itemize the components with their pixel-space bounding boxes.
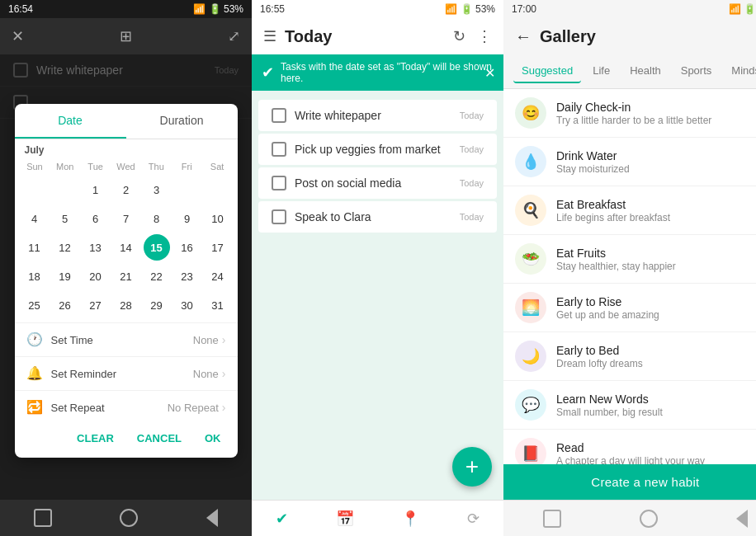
cal-day-23[interactable]: 23 bbox=[174, 263, 201, 289]
cal-empty-4 bbox=[205, 176, 231, 203]
task-checkbox-2[interactable] bbox=[272, 142, 286, 157]
cal-day-3[interactable]: 3 bbox=[144, 176, 170, 203]
cal-day-25[interactable]: 25 bbox=[21, 292, 48, 318]
habit-item-early-rise[interactable]: 🌅 Early to Rise Get up and be amazing + bbox=[503, 284, 756, 332]
habit-icon-daily: 😊 bbox=[515, 97, 546, 129]
cal-day-30[interactable]: 30 bbox=[174, 292, 201, 318]
task-row-2[interactable]: Pick up veggies from market Today bbox=[258, 134, 497, 165]
habit-desc-fruits: Stay healthier, stay happier bbox=[556, 261, 756, 272]
task-row-1[interactable]: Write whitepaper Today bbox=[258, 100, 497, 131]
sync-nav-icon[interactable]: ⟳ bbox=[467, 510, 480, 528]
expand-icon[interactable]: ⤢ bbox=[228, 27, 240, 45]
cal-day-13[interactable]: 13 bbox=[83, 234, 109, 261]
cal-day-2[interactable]: 2 bbox=[113, 176, 139, 203]
back-nav-icon[interactable] bbox=[206, 509, 218, 527]
cal-day-17[interactable]: 17 bbox=[205, 234, 231, 261]
habit-item-drink-water[interactable]: 💧 Drink Water Stay moisturized + bbox=[503, 138, 756, 186]
refresh-icon[interactable]: ↻ bbox=[453, 27, 465, 45]
habit-item-daily-checkin[interactable]: 😊 Daily Check-in Try a little harder to … bbox=[503, 89, 756, 138]
cal-day-10[interactable]: 10 bbox=[205, 205, 231, 232]
home-nav-icon[interactable] bbox=[34, 509, 52, 527]
task-checkbox-1[interactable] bbox=[272, 108, 286, 123]
cal-day-27[interactable]: 27 bbox=[83, 292, 109, 318]
cat-tab-sports[interactable]: Sports bbox=[673, 59, 721, 83]
cal-day-7[interactable]: 7 bbox=[113, 205, 139, 232]
circle-nav-3[interactable] bbox=[640, 510, 658, 528]
day-mon: Mon bbox=[50, 159, 80, 174]
habit-item-early-bed[interactable]: 🌙 Early to Bed Dream lofty dreams + bbox=[503, 332, 756, 381]
habit-item-read[interactable]: 📕 Read A chapter a day will light your w… bbox=[503, 430, 756, 464]
panel-today: 16:55 📶 🔋 53% ☰ Today ↻ ⋮ ✔ Tasks with t… bbox=[252, 0, 503, 536]
hamburger-icon[interactable]: ☰ bbox=[263, 27, 276, 45]
create-habit-button[interactable]: Create a new habit bbox=[503, 464, 756, 500]
habit-desc-water: Stay moisturized bbox=[556, 163, 756, 175]
habit-name-read: Read bbox=[556, 441, 756, 454]
cal-day-21[interactable]: 21 bbox=[113, 263, 139, 289]
cal-day-29[interactable]: 29 bbox=[144, 292, 170, 318]
task-row-3[interactable]: Post on social media Today bbox=[258, 167, 497, 199]
cal-day-headers: Sun Mon Tue Wed Thu Fri Sat bbox=[15, 158, 238, 176]
cal-day-28[interactable]: 28 bbox=[113, 292, 139, 318]
back-nav-3[interactable] bbox=[736, 510, 748, 528]
cal-day-31[interactable]: 31 bbox=[205, 292, 231, 318]
cal-day-20[interactable]: 20 bbox=[83, 263, 109, 289]
location-nav-icon[interactable]: 📍 bbox=[401, 510, 419, 528]
set-time-value: None bbox=[193, 334, 219, 346]
back-arrow-icon[interactable]: ← bbox=[515, 27, 532, 46]
tab-duration[interactable]: Duration bbox=[126, 104, 238, 139]
habit-item-learn-words[interactable]: 💬 Learn New Words Small number, big resu… bbox=[503, 381, 756, 430]
circle-nav-icon[interactable] bbox=[120, 509, 138, 527]
cal-day-1[interactable]: 1 bbox=[83, 176, 109, 203]
check-nav-icon[interactable]: ✔ bbox=[276, 510, 288, 528]
task-checkbox-3[interactable] bbox=[272, 176, 286, 190]
set-repeat-row[interactable]: 🔁 Set Repeat No Repeat › bbox=[15, 390, 238, 424]
cat-tab-life[interactable]: Life bbox=[584, 59, 618, 83]
cal-day-9[interactable]: 9 bbox=[174, 205, 201, 232]
task-name-4: Speak to Clara bbox=[295, 210, 451, 223]
category-tabs: Suggested Life Health Sports Mindset bbox=[503, 54, 756, 89]
cal-day-15[interactable]: 15 bbox=[144, 234, 170, 261]
cal-day-14[interactable]: 14 bbox=[113, 234, 139, 261]
cal-day-26[interactable]: 26 bbox=[52, 292, 78, 318]
calendar-nav-icon[interactable]: 📅 bbox=[336, 510, 354, 528]
habit-item-breakfast[interactable]: 🍳 Eat Breakfast Life begins after breakf… bbox=[503, 186, 756, 235]
set-reminder-value: None bbox=[193, 368, 219, 380]
day-sun: Sun bbox=[20, 159, 50, 174]
grid-icon[interactable]: ⊞ bbox=[120, 27, 132, 45]
more-icon[interactable]: ⋮ bbox=[477, 27, 492, 45]
cal-day-19[interactable]: 19 bbox=[52, 263, 78, 289]
cal-day-22[interactable]: 22 bbox=[144, 263, 170, 289]
task-list-bg: Write whitepaper Today Date Duration Jul… bbox=[0, 54, 252, 500]
habit-info-read: Read A chapter a day will light your way bbox=[556, 441, 756, 465]
clock-icon: 🕐 bbox=[26, 331, 43, 348]
task-checkbox-4[interactable] bbox=[272, 209, 286, 224]
set-time-row[interactable]: 🕐 Set Time None › bbox=[15, 322, 238, 356]
close-icon[interactable]: ✕ bbox=[12, 27, 24, 45]
cal-day-11[interactable]: 11 bbox=[21, 234, 48, 261]
cal-day-4[interactable]: 4 bbox=[21, 205, 48, 232]
cal-day-24[interactable]: 24 bbox=[205, 263, 231, 289]
cal-day-8[interactable]: 8 bbox=[144, 205, 170, 232]
cal-day-18[interactable]: 18 bbox=[21, 263, 48, 289]
task-row-4[interactable]: Speak to Clara Today bbox=[258, 201, 497, 233]
status-bar-3: 17:00 📶 🔋 52% bbox=[503, 0, 756, 18]
task-date-4: Today bbox=[460, 212, 484, 222]
cat-tab-health[interactable]: Health bbox=[621, 59, 669, 83]
cal-day-5[interactable]: 5 bbox=[52, 205, 78, 232]
cancel-button[interactable]: CANCEL bbox=[132, 429, 187, 448]
cat-tab-suggested[interactable]: Suggested bbox=[513, 59, 581, 83]
ok-button[interactable]: OK bbox=[200, 429, 226, 448]
clear-button[interactable]: CLEAR bbox=[72, 429, 119, 448]
cat-tab-mindset[interactable]: Mindset bbox=[723, 59, 756, 83]
time-2: 16:55 bbox=[260, 3, 285, 15]
fab-add-button[interactable]: + bbox=[452, 447, 492, 487]
home-nav-3[interactable] bbox=[543, 510, 561, 528]
banner-close-icon[interactable]: ✕ bbox=[484, 65, 495, 81]
set-reminder-label: Set Reminder bbox=[51, 368, 193, 380]
habit-item-fruits[interactable]: 🥗 Eat Fruits Stay healthier, stay happie… bbox=[503, 235, 756, 284]
cal-day-6[interactable]: 6 bbox=[83, 205, 109, 232]
set-reminder-row[interactable]: 🔔 Set Reminder None › bbox=[15, 356, 238, 390]
cal-day-16[interactable]: 16 bbox=[174, 234, 201, 261]
cal-day-12[interactable]: 12 bbox=[52, 234, 78, 261]
tab-date[interactable]: Date bbox=[15, 104, 126, 139]
